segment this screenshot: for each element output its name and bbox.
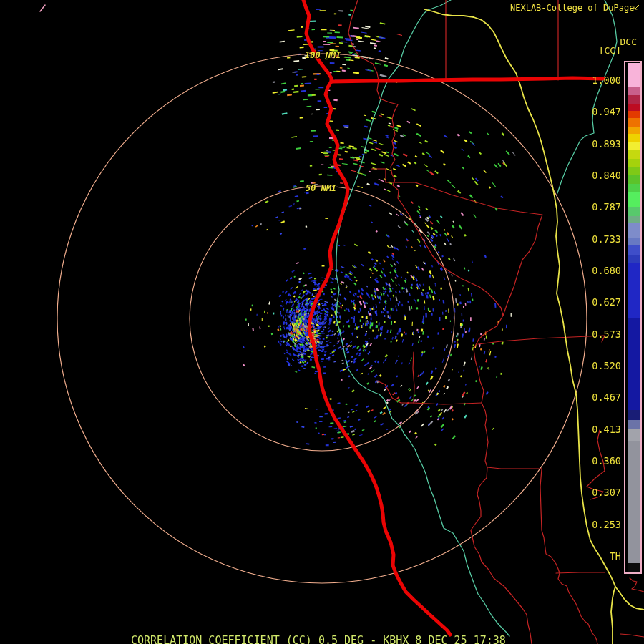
colorbar-label: 0.680	[592, 265, 621, 275]
colorbar-label: 0.360	[592, 456, 621, 466]
colorbar-segment	[628, 441, 640, 563]
colorbar-segment	[628, 142, 640, 150]
colorbar-segment	[628, 118, 640, 127]
colorbar-segment	[628, 159, 640, 167]
radar-app-window: NEXLAB-College of DuPage DCC [CC] 1.0000…	[0, 0, 644, 644]
product-caption: CORRELATION COEFFICIENT (CC) 0.5 DEG - K…	[131, 634, 506, 644]
colorbar-segment	[628, 238, 640, 245]
colorbar-segment	[628, 95, 640, 104]
colorbar-label: 0.733	[592, 234, 621, 244]
colorbar-label: 0.253	[592, 519, 621, 530]
colorbar-segment	[628, 263, 640, 318]
colorbar-segment	[628, 184, 640, 192]
corner-arrow-icon	[633, 4, 640, 11]
colorbar-segment	[628, 104, 640, 111]
colorbar-segment	[628, 192, 640, 207]
colorbar-label: 0.467	[592, 392, 621, 402]
colorbar-label: 0.947	[592, 107, 621, 117]
colorbar-segment	[628, 216, 640, 223]
colorbar-unit-bracket-label: [CC]	[599, 45, 621, 56]
colorbar-segment	[628, 207, 640, 216]
radar-display	[0, 0, 644, 644]
colorbar-label: 0.787	[592, 202, 621, 212]
colorbar-segment	[628, 429, 640, 441]
colorbar-unit-label: DCC	[620, 36, 637, 47]
colorbar-segment	[628, 63, 640, 87]
colorbar-label: 0.413	[592, 424, 621, 434]
colorbar-segment	[628, 318, 640, 410]
colorbar-segment	[628, 127, 640, 134]
colorbar	[624, 61, 642, 574]
colorbar-label: TH	[610, 551, 621, 561]
range-ring-label-100nmi: 100 NMI	[305, 50, 341, 60]
colorbar-segment	[628, 563, 640, 572]
colorbar-segment	[628, 111, 640, 118]
colorbar-segment	[628, 420, 640, 429]
colorbar-segment	[628, 167, 640, 175]
colorbar-label: 0.627	[592, 297, 621, 307]
colorbar-segment	[628, 175, 640, 184]
colorbar-label: 0.307	[592, 487, 621, 497]
colorbar-segment	[628, 410, 640, 420]
colorbar-label: 0.520	[592, 361, 621, 371]
colorbar-segment	[628, 150, 640, 159]
colorbar-segment	[628, 255, 640, 263]
colorbar-label: 1.000	[592, 75, 621, 85]
colorbar-segment	[628, 245, 640, 255]
colorbar-segment	[628, 87, 640, 95]
range-ring-label-50nmi: 50 NMI	[306, 183, 336, 193]
colorbar-label: 0.573	[592, 329, 621, 339]
page-title: NEXLAB-College of DuPage	[510, 3, 634, 13]
colorbar-label: 0.893	[592, 139, 621, 149]
colorbar-segment	[628, 134, 640, 142]
colorbar-segment	[628, 223, 640, 238]
colorbar-label: 0.840	[592, 170, 621, 180]
